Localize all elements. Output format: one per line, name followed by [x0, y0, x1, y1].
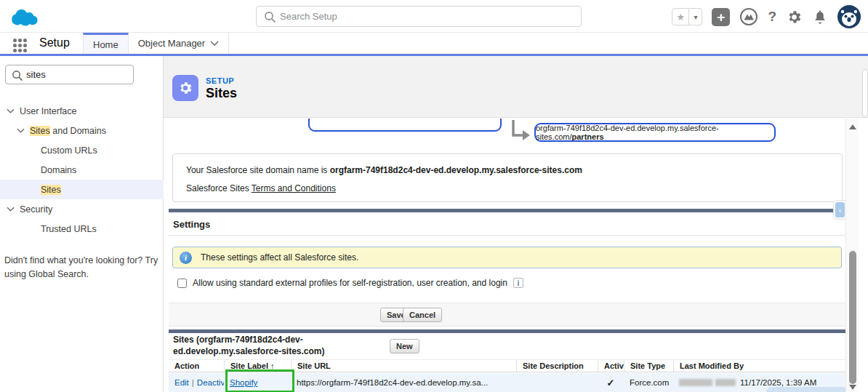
column-site-description[interactable]: Site Description [516, 360, 598, 372]
cell-active: ✓ [598, 373, 624, 392]
search-icon [12, 70, 23, 81]
guidance-center-icon[interactable] [739, 7, 758, 26]
settings-heading: Settings [173, 219, 210, 230]
chevron-down-icon[interactable] [7, 207, 15, 212]
salesforce-setup-app: ★ ▾ + ? Setup Home Object Manager [0, 0, 868, 392]
setup-tree: User Interface Sites and Domains Custom … [0, 101, 164, 239]
site-url-diagram-box-left [308, 119, 502, 132]
edit-link[interactable]: Edit [174, 378, 189, 387]
cell-action: Edit|Deactivate [169, 373, 224, 392]
notifications-bell-icon[interactable] [812, 9, 828, 25]
info-note-text: These settings affect all Salesforce sit… [201, 252, 358, 263]
frame-scrollbar [845, 119, 859, 392]
column-site-url[interactable]: Site URL [291, 360, 516, 372]
terms-and-conditions-link[interactable]: Terms and Conditions [252, 183, 336, 193]
nav-tabs: Home Object Manager [83, 33, 229, 54]
page-scrollbar-thumb[interactable] [862, 69, 868, 117]
setup-gear-icon[interactable] [786, 9, 803, 25]
redacted-name [715, 379, 736, 386]
checkbox-label: Allow using standard external profiles f… [193, 278, 507, 288]
sidebar-item-security[interactable]: Security [0, 199, 164, 219]
sidebar-item-user-interface[interactable]: User Interface [0, 101, 164, 121]
section-divider-bar [169, 329, 845, 333]
sites-settings-frame: orgfarm-749f18d2c4-dev-ed.develop.my.sal… [169, 119, 845, 392]
sidebar-item-trusted-urls[interactable]: Trusted URLs [0, 219, 164, 239]
form-button-bar: Save Cancel [169, 303, 845, 327]
sidebar-item-sites-and-domains[interactable]: Sites and Domains [0, 121, 164, 140]
new-site-button[interactable]: New [390, 339, 419, 353]
sidebar-item-custom-urls[interactable]: Custom URLs [0, 140, 164, 160]
section-divider-bar [169, 209, 845, 212]
chevron-down-icon [210, 41, 219, 46]
page-title: Sites [206, 86, 237, 101]
setup-sidebar: User Interface Sites and Domains Custom … [0, 56, 164, 392]
tab-home[interactable]: Home [83, 33, 129, 54]
user-avatar[interactable] [837, 5, 861, 28]
sidebar-quick-find [5, 65, 134, 84]
page-header-band: SETUP Sites [164, 56, 868, 118]
scroll-down-arrow-icon[interactable] [849, 385, 856, 390]
active-check-icon: ✓ [607, 377, 615, 388]
column-active[interactable]: Active [598, 360, 624, 372]
external-profiles-checkbox[interactable] [177, 279, 187, 288]
redacted-name [679, 379, 712, 386]
main-content: SETUP Sites orgfarm-749f18d2c4-dev-ed.de… [164, 56, 868, 392]
column-site-type[interactable]: Site Type [624, 360, 673, 372]
settings-divider [169, 235, 845, 236]
cell-site-url: https://orgfarm-749f18d2c4-dev-ed.develo… [291, 373, 516, 392]
deactivate-link[interactable]: Deactivate [197, 378, 224, 387]
chevron-down-icon[interactable] [17, 128, 25, 133]
terms-prefix: Salesforce Sites [186, 183, 252, 193]
info-icon: i [180, 252, 192, 264]
favorites-dropdown-icon[interactable]: ▾ [689, 8, 702, 25]
help-info-icon[interactable]: i [513, 278, 523, 288]
app-launcher-icon[interactable] [13, 39, 17, 42]
cell-site-type: Force.com [624, 373, 673, 392]
scrollbar-thumb[interactable] [849, 251, 856, 384]
elbow-arrow-icon [507, 120, 534, 145]
cell-site-description [516, 373, 598, 392]
domain-note: Your Salesforce site domain name is orgf… [186, 165, 582, 175]
quick-create-icon[interactable]: + [712, 8, 730, 26]
global-search-input[interactable] [280, 7, 571, 25]
sidebar-collapse-handle[interactable]: ‹ [833, 200, 845, 220]
domain-info-box: Your Salesforce site domain name is orgf… [172, 153, 843, 202]
column-action[interactable]: Action [169, 360, 224, 372]
tab-object-manager[interactable]: Object Manager [129, 33, 230, 54]
scroll-up-arrow-icon[interactable] [849, 124, 856, 129]
search-icon [264, 11, 276, 23]
collapse-chevron-icon: ‹ [839, 206, 842, 215]
sidebar-footer-note: Didn't find what you're looking for? Try… [4, 254, 158, 282]
sidebar-search-input[interactable] [26, 66, 128, 83]
global-search [256, 6, 582, 27]
info-note-box: i These settings affect all Salesforce s… [172, 247, 842, 268]
sidebar-item-sites[interactable]: Sites [0, 180, 164, 199]
global-header: ★ ▾ + ? [0, 0, 868, 33]
external-profiles-setting: Allow using standard external profiles f… [177, 278, 523, 288]
cancel-button[interactable]: Cancel [403, 308, 442, 322]
column-last-modified-by[interactable]: Last Modified By [673, 360, 845, 372]
sites-list-title: Sites (orgfarm-749f18d2c4-dev-ed.develop… [173, 335, 362, 357]
salesforce-logo-icon[interactable] [9, 6, 41, 28]
app-name: Setup [39, 36, 70, 49]
setup-nav-bar: Setup Home Object Manager [0, 33, 868, 56]
help-icon[interactable]: ? [768, 9, 776, 25]
chevron-down-icon[interactable] [7, 108, 15, 113]
page-eyebrow: SETUP [206, 76, 234, 85]
cutoff-tooltip [766, 387, 845, 392]
setup-page-icon [172, 75, 198, 101]
favorites-star-icon[interactable]: ★ [672, 8, 689, 25]
gear-icon [177, 80, 193, 96]
annotation-highlight-box [225, 369, 294, 392]
sidebar-item-domains[interactable]: Domains [0, 160, 164, 180]
site-url-diagram-box-right: orgfarm-749f18d2c4-dev-ed.develop.my.sal… [534, 123, 776, 142]
header-actions: ★ ▾ + ? [672, 5, 861, 28]
